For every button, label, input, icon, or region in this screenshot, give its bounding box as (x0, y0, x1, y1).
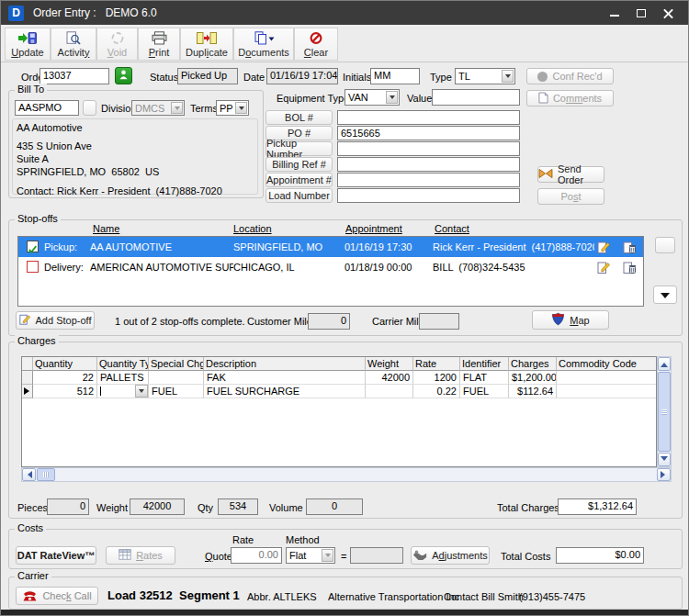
edit-stopoff-button[interactable] (596, 240, 612, 255)
col-description[interactable]: Description (204, 357, 366, 371)
map-button[interactable]: Map (532, 310, 609, 330)
cell-identifier[interactable]: FLAT (460, 371, 509, 385)
cell-description[interactable]: FAK (204, 371, 366, 385)
value-field[interactable] (432, 89, 520, 106)
adjustments-button[interactable]: Adjustments (411, 546, 490, 565)
update-button[interactable]: Update (5, 28, 51, 61)
col-contact[interactable]: Contact (435, 223, 469, 234)
weight-field[interactable]: 42000 (130, 498, 185, 515)
load-number-field[interactable] (337, 188, 520, 203)
customer-miles-field[interactable]: 0 (308, 313, 350, 330)
col-identifier[interactable]: Identifier (460, 357, 509, 371)
stopoff-row-pickup[interactable]: Pickup: AA AUTOMOTIVE SPRINGFIELD, MO 01… (18, 237, 643, 257)
charge-row-current[interactable]: 512 FUEL FUEL SURCHARGE 0.22 FUEL $112.6… (22, 385, 656, 398)
chevron-down-icon[interactable] (135, 385, 148, 398)
comments-button[interactable]: Comments (526, 90, 614, 106)
pickup-number-field[interactable] (337, 141, 520, 156)
qty-field[interactable]: 534 (218, 498, 258, 515)
row-selector[interactable] (22, 371, 33, 385)
cell-identifier[interactable]: FUEL (460, 385, 509, 398)
col-name[interactable]: Name (93, 223, 119, 234)
col-quantity[interactable]: Quantity (33, 357, 97, 371)
col-charges[interactable]: Charges (509, 357, 557, 371)
scroll-right-icon[interactable] (657, 468, 671, 481)
appointment-number-field[interactable] (337, 173, 520, 187)
load-number-button[interactable]: Load Number (265, 188, 333, 203)
cell-rate[interactable]: 0.22 (413, 385, 460, 398)
appointment-number-button[interactable]: Appointment # (265, 173, 333, 187)
send-order-button[interactable]: Send Order (537, 166, 604, 183)
chevron-down-icon[interactable] (235, 102, 247, 114)
col-special-chg[interactable]: Special Chg (149, 357, 204, 371)
delete-stopoff-button[interactable] (622, 260, 638, 275)
pickup-complete-checkbox[interactable] (27, 241, 39, 252)
equipment-type-select[interactable]: VAN (344, 89, 400, 106)
method-select[interactable]: Flat (286, 547, 335, 564)
cell-charges[interactable]: $112.64 (509, 385, 557, 398)
check-call-button[interactable]: Check Call (16, 587, 98, 605)
billing-ref-field[interactable] (337, 157, 520, 172)
charges-hscrollbar[interactable] (21, 467, 672, 482)
conf-recd-button[interactable]: Conf Rec'd (526, 68, 614, 84)
carrier-miles-field[interactable] (419, 313, 459, 330)
col-appointment[interactable]: Appointment (345, 223, 402, 234)
cell-rate[interactable]: 1200 (413, 371, 460, 385)
scroll-left-icon[interactable] (22, 468, 36, 481)
bol-button[interactable]: BOL # (265, 110, 333, 125)
terms-select[interactable]: PP (216, 100, 249, 116)
chevron-down-icon[interactable] (386, 91, 398, 104)
pieces-field[interactable]: 0 (47, 498, 89, 515)
cell-weight[interactable]: 42000 (366, 371, 413, 385)
cell-special-chg[interactable]: FUEL (149, 385, 204, 398)
billing-ref-button[interactable]: Billing Ref # (265, 157, 333, 172)
bol-field[interactable] (337, 110, 520, 125)
cell-quantity-type[interactable]: PALLETS (97, 371, 149, 385)
add-stopoff-button[interactable]: Add Stop-off (16, 311, 95, 330)
delivery-complete-checkbox[interactable] (27, 261, 39, 273)
expand-stopoffs-button[interactable] (653, 286, 677, 304)
volume-field[interactable]: 0 (306, 498, 363, 515)
cell-charges[interactable]: $1,200.00 (509, 371, 557, 385)
charges-vscrollbar[interactable] (657, 356, 672, 467)
col-rate[interactable]: Rate (413, 357, 460, 371)
minimize-icon[interactable] (610, 15, 619, 17)
type-select[interactable]: TL (455, 68, 515, 84)
cell-quantity-type-editor[interactable] (97, 385, 149, 398)
documents-button[interactable]: Documents (233, 28, 294, 61)
charge-row[interactable]: 22 PALLETS FAK 42000 1200 FLAT $1,200.00 (22, 371, 656, 385)
cell-weight[interactable] (366, 385, 413, 398)
col-quantity-type[interactable]: Quantity Typ (97, 357, 149, 371)
order-number-field[interactable]: 13037 (40, 68, 109, 84)
customer-lookup-button[interactable] (115, 67, 132, 84)
col-location[interactable]: Location (233, 223, 272, 234)
initials-field[interactable]: MM (370, 68, 420, 84)
close-icon[interactable] (663, 8, 673, 18)
chevron-down-icon[interactable] (322, 549, 333, 562)
cell-special-chg[interactable] (149, 371, 204, 385)
cell-quantity[interactable]: 512 (33, 385, 97, 398)
maximize-icon[interactable] (637, 9, 646, 17)
cell-commodity-code[interactable] (557, 385, 656, 398)
stopoff-row-delivery[interactable]: Delivery: AMERICAN AUTOMOTIVE SUPPLIES C… (18, 257, 643, 277)
col-weight[interactable]: Weight (366, 357, 413, 371)
scroll-down-icon[interactable] (658, 453, 671, 466)
hscroll-thumb[interactable] (37, 468, 55, 481)
activity-button[interactable]: Activity (51, 28, 96, 61)
pickup-number-button[interactable]: Pickup Number (265, 141, 333, 156)
cell-commodity-code[interactable] (557, 371, 656, 385)
chevron-down-icon[interactable] (502, 70, 514, 83)
current-row-marker[interactable] (22, 385, 33, 398)
bill-to-code-field[interactable]: AASPMO (15, 100, 79, 116)
duplicate-button[interactable]: Duplicate (180, 28, 233, 61)
col-commodity-code[interactable]: Commodity Code (557, 357, 656, 371)
cell-quantity[interactable]: 22 (33, 371, 97, 385)
cell-description[interactable]: FUEL SURCHARGE (204, 385, 366, 398)
delete-stopoff-button[interactable] (622, 240, 638, 255)
quote-rate-field[interactable]: 0.00 (231, 547, 282, 564)
scroll-up-icon[interactable] (658, 357, 671, 371)
edit-stopoff-button[interactable] (596, 260, 612, 275)
clear-button[interactable]: Clear (294, 28, 338, 61)
print-button[interactable]: Print (138, 28, 180, 61)
vscroll-thumb[interactable] (658, 372, 671, 452)
po-field[interactable]: 6515665 (337, 126, 520, 140)
